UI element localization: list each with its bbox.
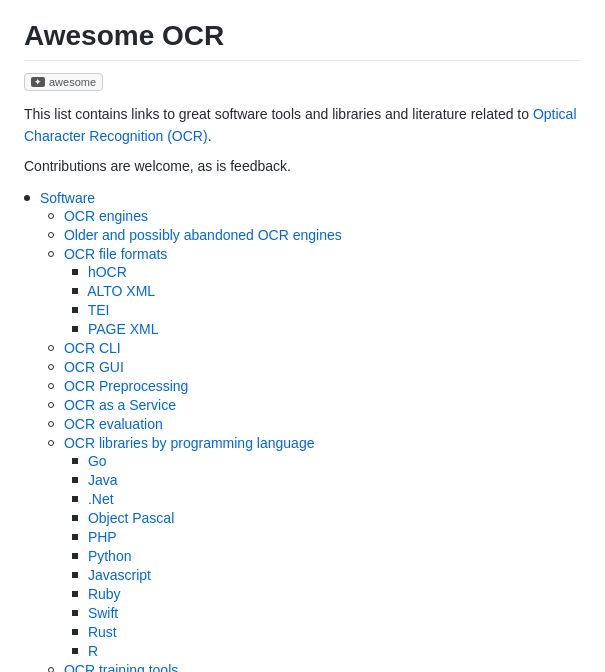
libraries-sublist: Go Java .Net Object Pascal — [48, 453, 581, 659]
description-text-2: . — [208, 128, 212, 144]
square-icon — [72, 477, 78, 483]
square-icon — [72, 648, 78, 654]
circle-icon — [48, 345, 54, 351]
toc-item-go: Go — [72, 453, 581, 469]
square-icon — [72, 269, 78, 275]
toc-item-ocr-libraries: OCR libraries by programming language Go… — [48, 435, 581, 659]
python-link[interactable]: Python — [88, 548, 132, 564]
square-icon — [72, 496, 78, 502]
toc-item-ocr-engines: OCR engines — [48, 208, 581, 224]
ocr-training-link[interactable]: OCR training tools — [64, 662, 178, 672]
ocr-evaluation-link[interactable]: OCR evaluation — [64, 416, 163, 432]
toc-item-ruby: Ruby — [72, 586, 581, 602]
software-link[interactable]: Software — [40, 190, 95, 206]
older-ocr-link[interactable]: Older and possibly abandoned OCR engines — [64, 227, 342, 243]
toc-item-ocr-cli: OCR CLI — [48, 340, 581, 356]
toc-item-ocr-gui: OCR GUI — [48, 359, 581, 375]
toc-item-tei: TEI — [72, 302, 581, 318]
badge-label: awesome — [49, 76, 96, 88]
toc-item-ocr-evaluation: OCR evaluation — [48, 416, 581, 432]
swift-link[interactable]: Swift — [88, 605, 118, 621]
toc-item-ocr-as-service: OCR as a Service — [48, 397, 581, 413]
hocr-link[interactable]: hOCR — [88, 264, 127, 280]
software-sublist: OCR engines Older and possibly abandoned… — [24, 208, 581, 672]
toc-item-python: Python — [72, 548, 581, 564]
description-text-1: This list contains links to great softwa… — [24, 106, 533, 122]
badge-icon: ✦ — [31, 77, 45, 87]
square-icon — [72, 591, 78, 597]
toc-list: Software OCR engines Older and possibly … — [24, 190, 581, 672]
page-xml-link[interactable]: PAGE XML — [88, 321, 159, 337]
toc-item-r: R — [72, 643, 581, 659]
ocr-file-formats-link[interactable]: OCR file formats — [64, 246, 167, 262]
square-icon — [72, 629, 78, 635]
go-link[interactable]: Go — [88, 453, 107, 469]
dotnet-link[interactable]: .Net — [88, 491, 114, 507]
file-formats-sublist: hOCR ALTO XML TEI PAGE XML — [48, 264, 581, 337]
toc-item-swift: Swift — [72, 605, 581, 621]
awesome-badge: ✦ awesome — [24, 73, 103, 91]
toc-item-ocr-file-formats: OCR file formats hOCR ALTO XML TEI — [48, 246, 581, 337]
java-link[interactable]: Java — [88, 472, 118, 488]
square-icon — [72, 458, 78, 464]
toc-item-alto-xml: ALTO XML — [72, 283, 581, 299]
description: This list contains links to great softwa… — [24, 103, 581, 148]
square-icon — [72, 610, 78, 616]
bullet-icon — [24, 195, 30, 201]
circle-icon — [48, 213, 54, 219]
ruby-link[interactable]: Ruby — [88, 586, 121, 602]
javascript-link[interactable]: Javascript — [88, 567, 151, 583]
circle-icon — [48, 364, 54, 370]
toc-item-dotnet: .Net — [72, 491, 581, 507]
ocr-preprocessing-link[interactable]: OCR Preprocessing — [64, 378, 189, 394]
toc-item-ocr-training: OCR training tools — [48, 662, 581, 672]
ocr-engines-link[interactable]: OCR engines — [64, 208, 148, 224]
circle-icon — [48, 251, 54, 257]
php-link[interactable]: PHP — [88, 529, 117, 545]
ocr-gui-link[interactable]: OCR GUI — [64, 359, 124, 375]
square-icon — [72, 534, 78, 540]
ocr-cli-link[interactable]: OCR CLI — [64, 340, 121, 356]
toc-item-java: Java — [72, 472, 581, 488]
circle-icon — [48, 440, 54, 446]
toc-item-ocr-preprocessing: OCR Preprocessing — [48, 378, 581, 394]
toc-item-object-pascal: Object Pascal — [72, 510, 581, 526]
alto-xml-link[interactable]: ALTO XML — [87, 283, 155, 299]
toc-item-rust: Rust — [72, 624, 581, 640]
circle-icon — [48, 667, 54, 672]
tei-link[interactable]: TEI — [88, 302, 110, 318]
circle-icon — [48, 402, 54, 408]
badge-row: ✦ awesome — [24, 73, 581, 91]
page-title: Awesome OCR — [24, 20, 581, 61]
toc-item-javascript: Javascript — [72, 567, 581, 583]
square-icon — [72, 572, 78, 578]
toc-item-software: Software OCR engines Older and possibly … — [24, 190, 581, 672]
square-icon — [72, 307, 78, 313]
toc-item-page-xml: PAGE XML — [72, 321, 581, 337]
toc-item-hocr: hOCR — [72, 264, 581, 280]
toc-item-older-ocr: Older and possibly abandoned OCR engines — [48, 227, 581, 243]
object-pascal-link[interactable]: Object Pascal — [88, 510, 174, 526]
circle-icon — [48, 232, 54, 238]
ocr-libraries-link[interactable]: OCR libraries by programming language — [64, 435, 315, 451]
circle-icon — [48, 421, 54, 427]
contributions-text: Contributions are welcome, as is feedbac… — [24, 158, 581, 174]
r-link[interactable]: R — [88, 643, 98, 659]
circle-icon — [48, 383, 54, 389]
square-icon — [72, 515, 78, 521]
square-icon — [72, 553, 78, 559]
rust-link[interactable]: Rust — [88, 624, 117, 640]
square-icon — [72, 288, 78, 294]
square-icon — [72, 326, 78, 332]
ocr-as-service-link[interactable]: OCR as a Service — [64, 397, 176, 413]
toc-item-php: PHP — [72, 529, 581, 545]
